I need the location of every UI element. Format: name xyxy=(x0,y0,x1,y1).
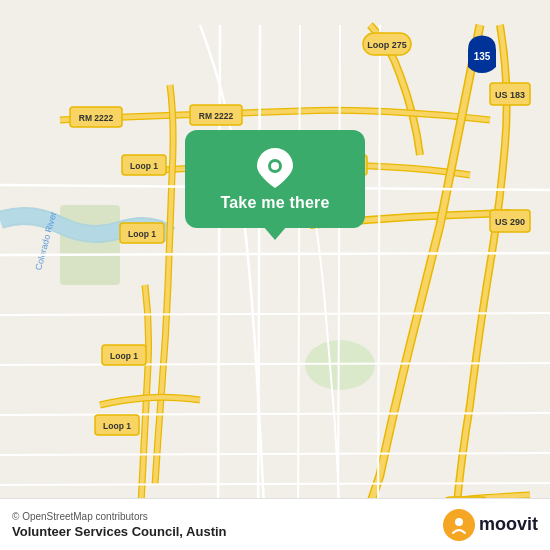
take-me-there-label: Take me there xyxy=(220,194,329,211)
svg-text:Loop 275: Loop 275 xyxy=(367,40,407,50)
svg-point-1 xyxy=(305,340,375,390)
map-roads: Colorado River xyxy=(0,0,550,550)
svg-text:US 183: US 183 xyxy=(495,90,525,100)
bottom-bar: © OpenStreetMap contributors Volunteer S… xyxy=(0,498,550,550)
svg-text:135: 135 xyxy=(474,51,491,62)
location-label: Volunteer Services Council, Austin xyxy=(12,524,227,539)
osm-attribution: © OpenStreetMap contributors xyxy=(12,511,227,522)
moovit-logo[interactable]: moovit xyxy=(443,509,538,541)
bottom-left-info: © OpenStreetMap contributors Volunteer S… xyxy=(12,511,227,539)
svg-text:RM 2222: RM 2222 xyxy=(79,113,114,123)
svg-text:RM 2222: RM 2222 xyxy=(199,111,234,121)
location-pin-icon xyxy=(257,148,293,184)
svg-point-42 xyxy=(455,518,463,526)
svg-text:US 290: US 290 xyxy=(495,217,525,227)
moovit-icon xyxy=(443,509,475,541)
svg-text:Loop 1: Loop 1 xyxy=(110,351,138,361)
svg-text:Loop 1: Loop 1 xyxy=(128,229,156,239)
svg-text:Loop 1: Loop 1 xyxy=(103,421,131,431)
svg-point-40 xyxy=(271,162,279,170)
moovit-text: moovit xyxy=(479,514,538,535)
svg-text:Loop 1: Loop 1 xyxy=(130,161,158,171)
svg-rect-2 xyxy=(60,205,120,285)
map-container: Colorado River xyxy=(0,0,550,550)
take-me-there-popup[interactable]: Take me there xyxy=(185,130,365,228)
